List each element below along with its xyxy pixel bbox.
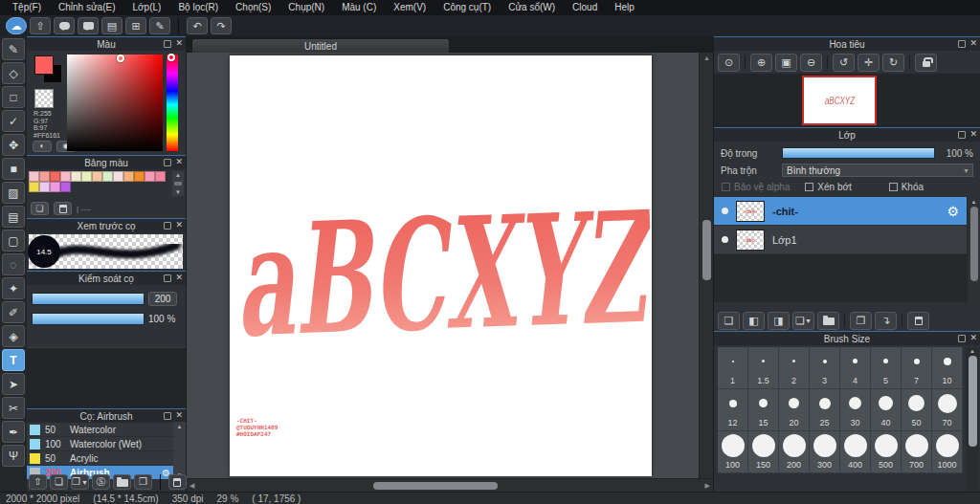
palette-swatch[interactable]: [92, 171, 102, 182]
add-palette-color-icon[interactable]: ❏: [31, 202, 49, 215]
scroll-left-icon[interactable]: ◀: [189, 482, 194, 490]
panel-list-icon[interactable]: ⊞: [125, 17, 146, 34]
popout-icon[interactable]: [164, 222, 171, 230]
brush-size-cell[interactable]: 15: [748, 389, 779, 431]
zoom-tool-icon[interactable]: ⊙: [718, 54, 740, 72]
close-icon[interactable]: ✕: [175, 221, 183, 230]
close-icon[interactable]: ✕: [969, 334, 977, 342]
palette-swatch[interactable]: [50, 182, 60, 192]
select-tool-icon[interactable]: ▢: [2, 230, 25, 252]
brush-folder-icon[interactable]: [113, 474, 131, 490]
menu-item[interactable]: Bộ lọc(R): [169, 0, 227, 15]
upload-brush-icon[interactable]: ⇧: [29, 474, 47, 490]
brush-size-value[interactable]: 200: [148, 292, 177, 306]
layer-opacity-slider[interactable]: [782, 147, 935, 159]
brush-size-cell[interactable]: 150: [748, 431, 779, 473]
fill-rect-tool-icon[interactable]: ■: [2, 158, 25, 180]
cloud-save-icon[interactable]: ☁: [6, 17, 27, 34]
hue-marker[interactable]: [167, 54, 175, 61]
popout-icon[interactable]: [164, 159, 171, 166]
scroll-down-icon[interactable]: ▼: [175, 189, 181, 195]
palette-swatch[interactable]: [123, 171, 134, 182]
popout-icon[interactable]: [958, 131, 966, 139]
layer-scroll-thumb[interactable]: [970, 207, 978, 281]
menu-item[interactable]: Công cụ(T): [434, 0, 500, 15]
palette-swatch[interactable]: [155, 171, 166, 182]
dot-pen-tool-icon[interactable]: ✓: [2, 110, 25, 132]
palette-swatch[interactable]: [50, 171, 60, 182]
add-brush-menu-icon[interactable]: ❐▼: [71, 474, 89, 490]
document-icon[interactable]: ▤: [101, 17, 122, 34]
script-brush-icon[interactable]: Ⓢ: [92, 474, 110, 490]
select-eraser-tool-icon[interactable]: ◈: [2, 325, 25, 347]
menu-item[interactable]: Chỉnh sửa(E): [50, 0, 124, 15]
canvas-viewport[interactable]: aBCXYZ -CHIT- @TUQUYNH1409 #HOIDAP247: [187, 53, 699, 478]
navigator-preview-area[interactable]: aBCXYZ: [714, 74, 980, 127]
operation-tool-icon[interactable]: ➤: [2, 373, 25, 395]
brush-list-item[interactable]: 50Watercolor: [27, 423, 173, 437]
fit-screen-icon[interactable]: ▣: [775, 54, 797, 72]
brush-size-cell[interactable]: 30: [840, 389, 871, 431]
checkbox-bảo-vệ-alpha[interactable]: Bảo vệ alpha: [722, 182, 805, 192]
brush-size-cell[interactable]: 70: [932, 389, 963, 431]
palette-swatch[interactable]: [81, 171, 92, 182]
brush-size-cell[interactable]: 300: [810, 431, 840, 473]
brush-size-cell[interactable]: 50: [902, 389, 932, 431]
layer-list-scrollbar[interactable]: ▲: [968, 197, 980, 302]
scroll-up-icon[interactable]: ▲: [971, 199, 977, 205]
menu-item[interactable]: Tệp(F): [4, 0, 50, 15]
palette-swatch[interactable]: [145, 171, 155, 182]
menu-item[interactable]: Màu (C): [333, 0, 385, 15]
palette-swatch[interactable]: [29, 171, 39, 182]
zoom-out-icon[interactable]: ⊖: [800, 54, 822, 72]
canvas-tab[interactable]: Untitled: [191, 38, 450, 53]
brush-list-scrollbar[interactable]: ▲▼: [173, 422, 186, 480]
close-icon[interactable]: ✕: [175, 274, 183, 282]
color-mode-icon[interactable]: ◐: [33, 141, 52, 152]
menu-item[interactable]: Chụp(N): [279, 0, 333, 15]
text-tool-icon[interactable]: T: [2, 349, 25, 371]
checkbox-khóa[interactable]: Khóa: [889, 182, 972, 192]
palette-swatch[interactable]: [113, 171, 123, 182]
layer-row[interactable]: abcLớp1: [714, 226, 967, 254]
brush-size-cell[interactable]: 7: [902, 347, 932, 389]
brush-size-slider[interactable]: [32, 293, 145, 305]
palette-swatch[interactable]: [134, 171, 145, 182]
shape-brush-tool-icon[interactable]: □: [2, 86, 25, 108]
eyedropper-tool-icon[interactable]: ✒: [2, 421, 25, 443]
layer-blend-select[interactable]: Bình thường ▼: [782, 164, 973, 177]
reset-rotation-icon[interactable]: ✛: [858, 54, 880, 72]
brush-size-cell[interactable]: 4: [840, 347, 871, 389]
brush-size-cell[interactable]: 100: [718, 431, 748, 473]
message-icon[interactable]: [78, 17, 99, 34]
brush-size-cell[interactable]: 10: [932, 347, 963, 389]
scroll-up-icon[interactable]: ▲: [175, 172, 181, 178]
gradient-tool-icon[interactable]: ▤: [2, 206, 25, 228]
palette-swatch[interactable]: [29, 182, 39, 192]
palette-swatch[interactable]: [60, 182, 71, 192]
rotate-right-icon[interactable]: ↻: [882, 54, 904, 72]
brush-size-cell[interactable]: 1: [718, 347, 748, 389]
gear-icon[interactable]: ⚙: [947, 205, 959, 218]
brush-size-cell[interactable]: 500: [871, 431, 902, 473]
menu-item[interactable]: Cửa sổ(W): [500, 0, 564, 15]
hue-bar[interactable]: [167, 55, 178, 151]
close-icon[interactable]: ✕: [969, 39, 977, 48]
brush-size-cell[interactable]: 1.5: [748, 347, 779, 389]
palette-swatch[interactable]: [60, 171, 71, 182]
canvas-page[interactable]: aBCXYZ -CHIT- @TUQUYNH1409 #HOIDAP247: [230, 55, 652, 476]
layer-folder-icon[interactable]: [817, 312, 839, 330]
close-icon[interactable]: ✕: [175, 411, 183, 420]
delete-brush-icon[interactable]: [168, 474, 187, 490]
popout-icon[interactable]: [164, 412, 171, 420]
hand-tool-icon[interactable]: Ψ: [2, 445, 25, 467]
palette-swatch[interactable]: [71, 171, 81, 182]
merge-layer-icon[interactable]: ↴: [875, 312, 897, 330]
brush-size-cell[interactable]: 700: [902, 431, 932, 473]
scroll-up-icon[interactable]: ▲: [700, 55, 714, 61]
palette-swatch[interactable]: [102, 171, 113, 182]
divide-tool-icon[interactable]: ✂: [2, 397, 25, 419]
horizontal-scroll-thumb[interactable]: [373, 482, 498, 490]
palette-scrollbar[interactable]: ▲▼: [172, 171, 184, 196]
canvas-horizontal-scrollbar[interactable]: ◀ ▶: [187, 478, 713, 492]
